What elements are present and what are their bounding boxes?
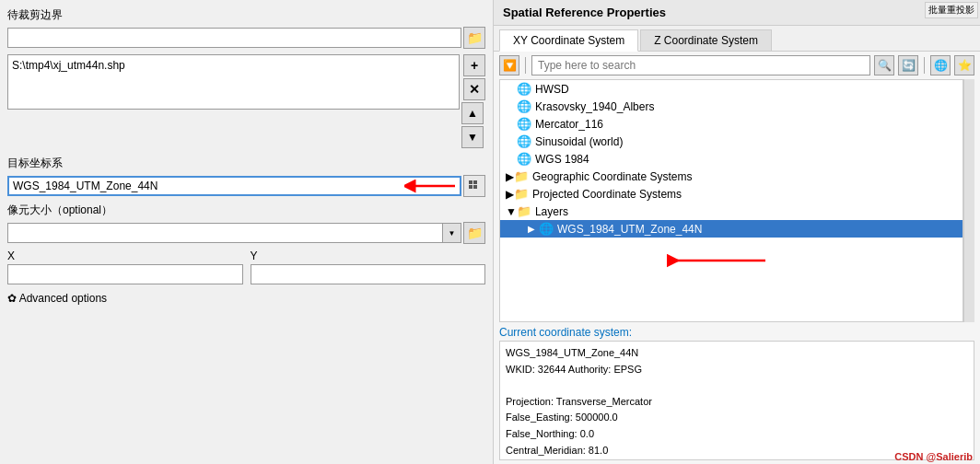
globe-icon-hwsd: 🌐 [517,82,531,96]
folder-icon-geo: 📁 [514,169,529,183]
globe-icon-wgs44n: 🌐 [539,222,554,236]
search-btn[interactable]: 🔍 [874,55,894,75]
expand-icon-proj: ▶ [506,188,514,201]
coord-false-northing: False_Northing: 0.0 [506,426,968,443]
file-section: S:\tmp4\xj_utm44n.shp + ✕ ▲ ▼ [7,54,485,150]
globe-icon-krasovsky: 🌐 [517,99,531,113]
folder-layers[interactable]: ▼ 📁 Layers [500,203,962,220]
csdn-watermark: CSDN @Salierib [894,451,973,462]
tree-item-sinusoidal-label: Sinusoidal (world) [535,135,623,148]
target-label: 目标坐标系 [7,156,485,171]
toolbar-separator [525,57,526,74]
toolbar-separator2 [924,57,925,74]
globe-icon-wgs1984: 🌐 [517,152,531,166]
left-panel: 待裁剪边界 📁 S:\tmp4\xj_utm44n.shp + ✕ ▲ ▼ 目标… [0,0,493,464]
right-panel: 批量重投影 Spatial Reference Properties XY Co… [493,0,980,464]
folder-projected-label: Projected Coordinate Systems [532,188,682,201]
folder-icon-layers: 📁 [517,204,531,218]
tree-item-mercator[interactable]: 🌐 Mercator_116 [500,115,962,133]
tab-xy[interactable]: XY Coordinate System [499,29,638,52]
expand-icon-wgs44n: ▶ [528,224,535,234]
tree-scroll-inner: 🌐 HWSD 🌐 Krasovsky_1940_Albers 🌐 Mercato… [499,79,963,322]
tree-item-hwsd[interactable]: 🌐 HWSD [500,80,962,98]
clip-browse-btn[interactable]: 📁 [463,27,485,49]
advanced-options-toggle[interactable]: ✿ Advanced options [7,292,485,305]
tree-item-krasovsky[interactable]: 🌐 Krasovsky_1940_Albers [500,98,962,115]
folder-projected[interactable]: ▶ 📁 Projected Coordinate Systems [500,185,962,203]
tree-item-sinusoidal[interactable]: 🌐 Sinusoidal (world) [500,133,962,150]
coord-blank [506,377,968,394]
tree-item-wgs1984[interactable]: 🌐 WGS 1984 [500,150,962,168]
pixel-label: 像元大小（optional） [7,203,485,218]
tree-scroll-wrapper: 🌐 HWSD 🌐 Krasovsky_1940_Albers 🌐 Mercato… [499,79,974,322]
xy-row: X Y [7,249,485,284]
x-label: X [7,249,243,262]
file-path-text: S:\tmp4\xj_utm44n.shp [12,59,125,72]
search-refresh-btn[interactable]: 🔄 [898,55,918,75]
move-down-btn[interactable]: ▼ [461,126,484,148]
tab-z[interactable]: Z Coordinate System [640,29,772,51]
target-input-row: WGS_1984_UTM_Zone_44N [7,175,485,197]
y-input[interactable] [251,264,486,284]
right-panel-title: Spatial Reference Properties [494,0,980,26]
folder-geographic-label: Geographic Coordinate Systems [532,170,692,183]
pixel-dropdown-btn[interactable]: ▼ [443,223,461,243]
current-coord-box: WGS_1984_UTM_Zone_44N WKID: 32644 Author… [499,341,974,460]
pixel-browse-btn[interactable]: 📁 [463,222,485,244]
tree-item-hwsd-label: HWSD [535,83,569,96]
svg-rect-3 [473,180,477,184]
expand-icon-geo: ▶ [506,170,514,183]
clip-section-label: 待裁剪边界 [7,7,485,23]
y-group: Y [251,249,486,284]
toolbar-row: 🔽 🔍 🔄 🌐 ⭐ [494,52,980,79]
current-coord-label: Current coordinate system: [499,326,974,339]
svg-rect-5 [473,185,477,189]
folder-geographic[interactable]: ▶ 📁 Geographic Coordinate Systems [500,168,962,185]
batch-reproject-btn[interactable]: 批量重投影 [925,2,978,18]
tree-item-wgs1984-label: WGS 1984 [535,153,589,166]
clip-input-row: 📁 [7,27,485,49]
coord-false-easting: False_Easting: 500000.0 [506,410,968,426]
top-corner-btns: 批量重投影 [923,0,980,20]
globe-icon-sinusoidal: 🌐 [517,134,531,148]
tree-scrollbar[interactable] [963,79,974,322]
tree-item-mercator-label: Mercator_116 [535,118,603,131]
filter-icon-btn[interactable]: 🔽 [499,55,519,75]
target-browse-btn[interactable] [463,175,485,197]
file-path-box: S:\tmp4\xj_utm44n.shp [7,54,460,110]
tree-item-wgs44n-label: WGS_1984_UTM_Zone_44N [557,223,702,236]
search-input[interactable] [531,55,870,75]
pixel-row: ▼ 📁 [7,222,485,244]
globe-icon-mercator: 🌐 [517,117,531,131]
coord-wkid: WKID: 32644 Authority: EPSG [506,362,968,378]
star-btn[interactable]: ⭐ [954,55,974,75]
tree-item-wgs44n[interactable]: ▶ 🌐 WGS_1984_UTM_Zone_44N [500,220,962,238]
svg-rect-2 [469,180,472,184]
move-up-btn[interactable]: ▲ [461,102,484,124]
folder-icon-proj: 📁 [514,187,529,201]
coord-name: WGS_1984_UTM_Zone_44N [506,345,968,362]
x-group: X [7,249,243,284]
folder-layers-label: Layers [535,205,568,218]
x-input[interactable] [7,264,243,284]
svg-rect-4 [469,185,472,189]
clip-input[interactable] [7,28,461,48]
tree-item-krasovsky-label: Krasovsky_1940_Albers [535,100,654,113]
current-coord-section: Current coordinate system: WGS_1984_UTM_… [494,322,980,464]
add-remove-btns: + ✕ ▲ ▼ [461,54,485,150]
target-input[interactable]: WGS_1984_UTM_Zone_44N [7,176,461,196]
remove-file-btn[interactable]: ✕ [463,78,485,100]
expand-icon-layers: ▼ [506,205,517,218]
tabs-row: XY Coordinate System Z Coordinate System [494,26,980,52]
add-file-btn[interactable]: + [463,54,485,76]
pixel-input[interactable] [7,223,443,243]
globe-btn[interactable]: 🌐 [930,55,951,75]
coord-projection: Projection: Transverse_Mercator [506,394,968,411]
y-label: Y [251,249,486,262]
